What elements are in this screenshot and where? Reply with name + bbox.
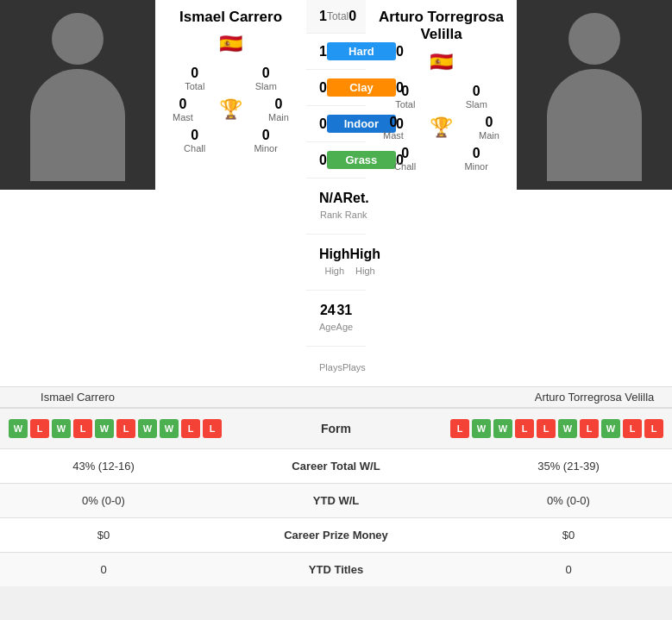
form-badge: L [537,419,556,438]
high-row: High High High High [306,235,366,291]
career-prize-left: $0 [17,529,190,542]
ytd-titles-right: 0 [482,563,655,576]
form-badge: L [181,419,200,438]
ytd-wl-row: 0% (0-0) YTD W/L 0% (0-0) [0,483,672,517]
career-total-label: Career Total W/L [190,460,482,473]
player2-slam: 0 Slam [466,84,487,110]
comparison-section: Ismael Carrero 🇪🇸 0 Total 0 Slam 0 [0,0,672,386]
player1-name-label: Ismael Carrero [0,391,155,404]
age-row: 24 Age 31 Age [306,291,366,347]
form-badge: L [450,419,469,438]
form-badge: W [601,419,620,438]
player1-mast: 0 Mast [173,97,193,122]
form-badge: L [73,419,92,438]
player-name-labels: Ismael Carrero Arturo Torregrosa Velilla [0,386,672,407]
player2-name-label: Arturo Torregrosa Velilla [517,391,672,404]
stats-table: 43% (12-16) Career Total W/L 35% (21-39)… [0,448,672,586]
career-total-left: 43% (12-16) [17,460,190,473]
career-prize-row: $0 Career Prize Money $0 [0,517,672,552]
form-badge: L [623,419,642,438]
total-row: 1 Total 0 [306,0,366,34]
form-badge: W [558,419,577,438]
form-badge: L [515,419,534,438]
player1-total: 0 Total [185,66,204,91]
player2-name: Arturo Torregrosa Velilla [370,9,512,44]
plays-row: Plays Plays [306,347,366,386]
player2-chall-minor: 0 Chall 0 Minor [370,146,512,172]
player2-chall: 0 Chall [394,146,416,172]
form-badge: L [203,419,222,438]
player2-main: 0 Main [479,115,499,141]
player2-minor: 0 Minor [464,146,488,172]
ytd-wl-left: 0% (0-0) [17,494,190,507]
form-badge: W [493,419,512,438]
player1-form-badges: WLWLWLWWLL [9,419,222,438]
rank-row: N/A Rank Ret. Rank [306,178,366,235]
form-badge: W [9,419,28,438]
hard-row: 1 Hard 0 [306,34,366,70]
form-badge: W [160,419,179,438]
form-badge: L [644,419,663,438]
ytd-titles-left: 0 [17,563,190,576]
main-container: Ismael Carrero 🇪🇸 0 Total 0 Slam 0 [0,0,672,586]
player1-chall: 0 Chall [184,128,205,153]
career-total-row: 43% (12-16) Career Total W/L 35% (21-39) [0,448,672,483]
career-total-right: 35% (21-39) [482,460,655,473]
form-badge: W [95,419,114,438]
player1-slam: 0 Slam [255,66,277,91]
ytd-wl-label: YTD W/L [190,494,482,507]
player1-trophy-icon: 🏆 [219,98,242,121]
player2-mast: 0 Mast [383,115,404,141]
ytd-wl-right: 0% (0-0) [482,494,655,507]
player2-stats-column: Arturo Torregrosa Velilla 🇪🇸 0 Total 0 S… [366,0,517,386]
player1-chall-minor: 0 Chall 0 Minor [160,128,302,153]
player1-minor: 0 Minor [254,128,278,153]
player2-total: 0 Total [395,84,415,110]
form-badge: L [116,419,135,438]
form-section: WLWLWLWWLL Form LWWLLWLWLL [0,407,672,448]
player2-trophy-icon: 🏆 [430,116,453,139]
career-prize-right: $0 [482,529,655,542]
form-badge: L [580,419,599,438]
player2-flag: 🇪🇸 [430,51,453,73]
form-badge: W [52,419,71,438]
player2-photo [517,0,672,386]
player1-trophy-row: 0 Mast 🏆 0 Main [160,97,302,122]
form-label: Form [222,422,450,435]
form-badge: W [472,419,491,438]
player1-photo [0,0,155,386]
player1-main: 0 Main [268,97,289,122]
player2-form-badges: LWWLLWLWLL [450,419,663,438]
clay-row: 0 Clay 0 [306,70,366,106]
player1-flag: 🇪🇸 [219,33,242,55]
center-stats: 1 Total 0 1 Hard 0 0 Clay 0 0 Indoor 0 [306,0,366,386]
player1-name: Ismael Carrero [179,9,282,26]
indoor-row: 0 Indoor 0 [306,106,366,142]
ytd-titles-row: 0 YTD Titles 0 [0,552,672,586]
form-badge: W [138,419,157,438]
form-badge: L [30,419,49,438]
player2-trophy-row: 0 Mast 🏆 0 Main [370,115,512,141]
ytd-titles-label: YTD Titles [190,563,482,576]
player1-stats-column: Ismael Carrero 🇪🇸 0 Total 0 Slam 0 [155,0,306,386]
grass-row: 0 Grass 0 [306,142,366,178]
career-prize-label: Career Prize Money [190,529,482,542]
